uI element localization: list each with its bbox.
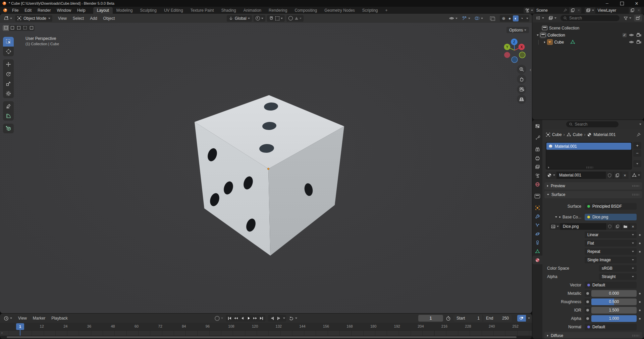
timeline-ruler[interactable]: 1224364860728496108120132144156168180192… xyxy=(0,323,532,330)
material-link-dropdown[interactable] xyxy=(631,172,641,179)
blender-menu-icon[interactable] xyxy=(3,8,8,13)
scene-name-field[interactable]: Scene xyxy=(534,7,569,13)
sync-toggle-button[interactable] xyxy=(517,315,526,322)
tab-collection[interactable] xyxy=(532,192,542,200)
navigation-gizmo[interactable]: Z Y X xyxy=(501,36,528,63)
panel-diffuse[interactable]: Diffuse xyxy=(544,332,642,339)
channel-collapse-arrow[interactable]: › xyxy=(1,331,3,335)
ior-slider[interactable]: 1.500 xyxy=(591,307,637,314)
outliner-row-scene-collection[interactable]: Scene Collection xyxy=(536,24,644,31)
tab-constraints[interactable] xyxy=(532,238,542,247)
unlink-image-button[interactable]: × xyxy=(629,223,637,230)
expand-caret-icon[interactable] xyxy=(537,35,539,36)
pin-icon[interactable] xyxy=(563,8,567,12)
dice-cube-object[interactable] xyxy=(0,14,532,313)
tab-object[interactable] xyxy=(532,203,542,212)
unlink-material-button[interactable]: × xyxy=(621,172,629,179)
minimize-button[interactable]: ─ xyxy=(600,0,614,7)
surface-shader-button[interactable]: Principled BSDF xyxy=(585,203,637,210)
maximize-button[interactable] xyxy=(614,0,629,7)
timeline-menu-marker[interactable]: Marker xyxy=(30,315,48,322)
tab-world[interactable] xyxy=(532,180,542,189)
prev-keyframe-button[interactable] xyxy=(233,315,239,322)
browse-material-button[interactable] xyxy=(546,172,556,179)
tab-particles[interactable] xyxy=(532,221,542,229)
editor-type-button[interactable] xyxy=(2,315,14,322)
editor-type-button[interactable] xyxy=(532,122,542,130)
image-fake-user-button[interactable] xyxy=(606,223,613,230)
roughness-slider[interactable]: 0.500 xyxy=(591,298,637,305)
outliner-display-mode[interactable] xyxy=(534,15,546,21)
scene-browse-button[interactable] xyxy=(524,7,534,13)
workspace-tab-[interactable]: + xyxy=(382,7,391,14)
breadcrumb-object[interactable]: Cube xyxy=(552,132,562,137)
timeline-track-area[interactable]: › xyxy=(0,330,532,336)
alpha-mode-dropdown[interactable]: Straight xyxy=(599,273,637,280)
auto-keying-toggle[interactable] xyxy=(215,316,223,321)
sync-options-dropdown[interactable] xyxy=(526,315,532,322)
workspace-tab-modeling[interactable]: Modeling xyxy=(113,7,137,14)
workspace-tab-uv-editing[interactable]: UV Editing xyxy=(160,7,187,14)
playhead-line[interactable] xyxy=(20,330,20,336)
open-image-button[interactable] xyxy=(621,223,629,230)
list-filter-caret[interactable] xyxy=(548,166,549,168)
timeline-menu-playback[interactable]: Playback xyxy=(48,315,71,322)
sidebar-collapse-arrow[interactable]: ‹ xyxy=(530,67,531,72)
workspace-tab-texture-paint[interactable]: Texture Paint xyxy=(187,7,218,14)
outliner-row-collection[interactable]: Collection ✓ xyxy=(536,31,644,39)
panel-surface[interactable]: Surface xyxy=(544,191,642,198)
remove-slot-button[interactable]: − xyxy=(633,150,641,157)
vector-input-button[interactable]: Default xyxy=(585,282,637,288)
pan-view-button[interactable] xyxy=(517,74,526,84)
tab-output[interactable] xyxy=(532,154,542,162)
interpolation-dropdown[interactable]: Linear xyxy=(585,231,637,238)
outliner-row-cube[interactable]: │ Cube xyxy=(536,39,644,46)
play-reverse-button[interactable] xyxy=(239,315,246,322)
properties-search-input[interactable]: Search xyxy=(566,121,619,127)
play-button[interactable] xyxy=(246,315,252,322)
browse-image-button[interactable] xyxy=(550,223,560,230)
close-button[interactable]: ✕ xyxy=(629,0,644,7)
material-slot-selected[interactable]: Material.001 xyxy=(546,143,631,150)
tab-modifiers[interactable] xyxy=(532,212,542,221)
color-space-dropdown[interactable]: sRGB xyxy=(599,265,637,272)
jump-to-end-button[interactable] xyxy=(258,315,265,322)
tab-object-data[interactable] xyxy=(532,247,542,256)
perspective-toggle-button[interactable] xyxy=(517,94,526,104)
expand-caret-icon[interactable] xyxy=(544,41,545,43)
menu-file[interactable]: File xyxy=(9,7,21,14)
outliner-search-input[interactable]: Search xyxy=(560,15,620,21)
outliner-filter-type[interactable] xyxy=(547,15,558,21)
material-slot-list[interactable]: Material.001 xyxy=(546,142,632,170)
tab-material[interactable] xyxy=(532,256,542,264)
menu-help[interactable]: Help xyxy=(74,7,89,14)
breadcrumb-data[interactable]: Cube xyxy=(573,132,583,137)
collection-checkbox[interactable]: ✓ xyxy=(623,33,627,37)
start-frame-field[interactable]: Start1 xyxy=(453,315,483,322)
menu-window[interactable]: Window xyxy=(54,7,74,14)
workspace-tab-shading[interactable]: Shading xyxy=(218,7,240,14)
scene-copy-button[interactable] xyxy=(569,7,576,13)
step-options-dropdown[interactable] xyxy=(283,318,285,319)
step-back-button[interactable] xyxy=(269,315,275,322)
zoom-view-button[interactable] xyxy=(517,65,526,74)
menu-render[interactable]: Render xyxy=(35,7,54,14)
material-name-field[interactable]: Material.001 xyxy=(556,172,605,179)
ior-socket-button[interactable] xyxy=(585,307,591,314)
source-dropdown[interactable]: Single Image xyxy=(585,257,637,263)
step-forward-button[interactable] xyxy=(275,315,282,322)
base-color-value-button[interactable]: Dice.png xyxy=(585,214,637,220)
projection-dropdown[interactable]: Flat xyxy=(585,240,637,247)
metallic-socket-button[interactable] xyxy=(585,290,591,297)
loop-icon[interactable] xyxy=(289,316,294,321)
image-copy-button[interactable] xyxy=(613,223,621,230)
hide-eye-icon[interactable] xyxy=(629,40,634,45)
alpha-slider[interactable]: 1.000 xyxy=(591,315,637,322)
metallic-slider[interactable]: 0.000 xyxy=(591,290,637,297)
image-name-field[interactable]: Dice.png xyxy=(560,223,606,230)
workspace-tab-compositing[interactable]: Compositing xyxy=(291,7,321,14)
viewlayer-browse-button[interactable] xyxy=(585,7,595,13)
camera-view-button[interactable] xyxy=(517,85,526,94)
timeline-scrollbar-thumb[interactable] xyxy=(7,336,517,338)
workspace-tab-geometry-nodes[interactable]: Geometry Nodes xyxy=(321,7,359,14)
